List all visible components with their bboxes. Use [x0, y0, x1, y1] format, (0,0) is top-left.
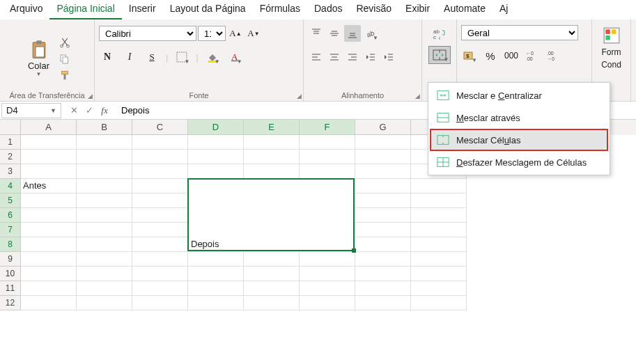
row-header-5[interactable]: 5	[0, 193, 21, 208]
cell-A7[interactable]	[21, 223, 77, 237]
cell-H10[interactable]	[411, 267, 467, 281]
tab-layout[interactable]: Layout da Página	[163, 0, 253, 19]
cell-H6[interactable]	[411, 208, 467, 223]
dialog-launcher-icon[interactable]: ◢	[88, 93, 93, 100]
cell-F3[interactable]	[300, 164, 355, 179]
align-left-icon[interactable]	[308, 49, 325, 65]
cell-C9[interactable]	[132, 252, 188, 267]
cell-C8[interactable]	[132, 237, 188, 252]
col-header-B[interactable]: B	[77, 120, 132, 135]
cell-D3[interactable]	[188, 164, 244, 179]
cell-F9[interactable]	[300, 252, 355, 267]
fill-handle[interactable]	[352, 248, 356, 253]
cell-B3[interactable]	[77, 164, 132, 179]
cell-C7[interactable]	[132, 223, 188, 237]
cell-B9[interactable]	[77, 252, 132, 267]
menu-merge-center[interactable]: Mesclar e Centralizar	[430, 84, 608, 106]
cell-G3[interactable]	[355, 164, 411, 179]
menu-unmerge[interactable]: Desfazer Mesclagem de Células	[430, 151, 608, 173]
cell-A9[interactable]	[21, 252, 77, 267]
font-family-select[interactable]: Calibri	[99, 26, 196, 41]
cell-C5[interactable]	[132, 193, 188, 208]
row-header-1[interactable]: 1	[0, 135, 21, 150]
cell-B5[interactable]	[77, 193, 132, 208]
italic-button[interactable]: I	[121, 49, 138, 65]
decrease-indent-icon[interactable]	[362, 49, 379, 65]
cell-E3[interactable]	[244, 164, 300, 179]
cell-A2[interactable]	[21, 150, 77, 164]
cell-A8[interactable]	[21, 237, 77, 252]
cancel-icon[interactable]: ✕	[67, 105, 81, 116]
cell-D1[interactable]	[188, 135, 244, 150]
increase-decimal-icon[interactable]: ←0.00	[524, 47, 541, 64]
tab-automate[interactable]: Automate	[437, 0, 492, 19]
merged-cell-selection[interactable]: Depois	[187, 178, 355, 251]
borders-button[interactable]: ▼	[173, 49, 190, 65]
tab-exibir[interactable]: Exibir	[398, 0, 437, 19]
tab-pagina-inicial[interactable]: Página Inicial	[49, 0, 121, 19]
row-header-3[interactable]: 3	[0, 164, 21, 179]
cell-B2[interactable]	[77, 150, 132, 164]
cell-H4[interactable]	[411, 179, 467, 193]
align-right-icon[interactable]	[344, 49, 361, 65]
tab-ajuda[interactable]: Aj	[492, 0, 515, 19]
cell-B4[interactable]	[77, 179, 132, 193]
cell-H7[interactable]	[411, 223, 467, 237]
cell-G8[interactable]	[355, 237, 411, 252]
align-center-icon[interactable]	[326, 49, 343, 65]
font-size-select[interactable]: 11	[198, 26, 226, 41]
format-painter-icon[interactable]	[59, 70, 71, 82]
tab-formulas[interactable]: Fórmulas	[253, 0, 307, 19]
row-header-12[interactable]: 12	[0, 296, 21, 310]
cell-A3[interactable]	[21, 164, 77, 179]
underline-button[interactable]: S	[144, 49, 160, 65]
cell-G6[interactable]	[355, 208, 411, 223]
decrease-decimal-icon[interactable]: .00→0	[545, 47, 561, 64]
cell-G12[interactable]	[355, 296, 411, 310]
cell-E9[interactable]	[244, 252, 300, 267]
tab-dados[interactable]: Dados	[307, 0, 349, 19]
cell-H8[interactable]	[411, 237, 467, 252]
cell-A6[interactable]	[21, 208, 77, 223]
orientation-button[interactable]: ab▼	[362, 25, 379, 42]
align-bottom-icon[interactable]	[344, 25, 361, 42]
cell-G2[interactable]	[355, 150, 411, 164]
cell-D9[interactable]	[188, 252, 244, 267]
bold-button[interactable]: N	[99, 49, 116, 65]
cell-H9[interactable]	[411, 252, 467, 267]
cell-A1[interactable]	[21, 135, 77, 150]
cell-D2[interactable]	[188, 150, 244, 164]
cell-H12[interactable]	[411, 296, 467, 310]
dialog-launcher-icon[interactable]: ◢	[415, 93, 420, 100]
col-header-F[interactable]: F	[300, 120, 355, 135]
cell-E12[interactable]	[244, 296, 300, 310]
col-header-G[interactable]: G	[355, 120, 411, 135]
cell-F2[interactable]	[300, 150, 355, 164]
cell-D12[interactable]	[188, 296, 244, 310]
cell-G5[interactable]	[355, 193, 411, 208]
cell-F10[interactable]	[300, 267, 355, 281]
name-box[interactable]: D4 ▼	[1, 103, 61, 118]
cell-E2[interactable]	[244, 150, 300, 164]
cell-G9[interactable]	[355, 252, 411, 267]
row-header-6[interactable]: 6	[0, 208, 21, 223]
cell-G11[interactable]	[355, 281, 411, 296]
menu-merge-across[interactable]: Mesclar através	[430, 106, 608, 129]
cell-G7[interactable]	[355, 223, 411, 237]
cell-A11[interactable]	[21, 281, 77, 296]
select-all-corner[interactable]	[0, 120, 21, 135]
cell-C1[interactable]	[132, 135, 188, 150]
cell-D10[interactable]	[188, 267, 244, 281]
cell-A10[interactable]	[21, 267, 77, 281]
col-header-A[interactable]: A	[21, 120, 77, 135]
conditional-format-icon[interactable]	[603, 26, 621, 45]
fill-color-button[interactable]: ▼	[204, 49, 221, 65]
cell-A12[interactable]	[21, 296, 77, 310]
cell-B6[interactable]	[77, 208, 132, 223]
cell-F1[interactable]	[300, 135, 355, 150]
tab-revisao[interactable]: Revisão	[349, 0, 398, 19]
cell-B7[interactable]	[77, 223, 132, 237]
cell-D11[interactable]	[188, 281, 244, 296]
cell-C10[interactable]	[132, 267, 188, 281]
increase-indent-icon[interactable]	[380, 49, 397, 65]
